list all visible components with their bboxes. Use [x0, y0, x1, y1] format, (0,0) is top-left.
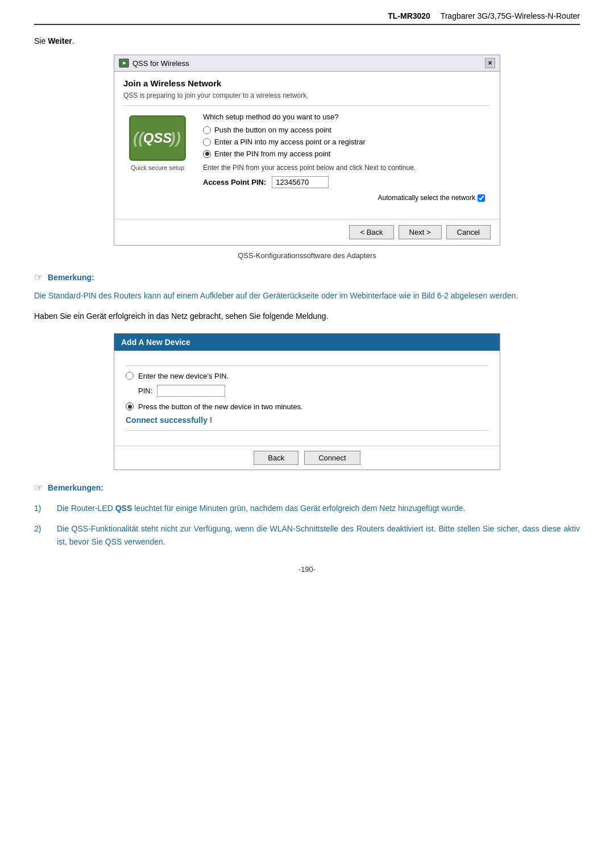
intro-bold: Weiter	[48, 36, 72, 45]
radio-enter-pin-ap[interactable]	[203, 150, 211, 158]
qss-option-3-label: Enter the PIN from my access point	[214, 149, 330, 158]
qss-pin-label: Access Point PIN:	[203, 178, 266, 186]
remark-text-1: Die Router-LED QSS leuchtet für einige M…	[57, 502, 465, 514]
remark-bold-qss: QSS	[115, 504, 132, 513]
qss-dialog-title: QSS for Wireless	[132, 59, 189, 68]
qss-auto-select-checkbox[interactable]	[478, 194, 485, 202]
add-device-pin-field-label: PIN:	[138, 387, 152, 395]
add-device-pin-label: Enter the new device's PIN.	[138, 372, 229, 380]
page-number: -190-	[34, 565, 580, 574]
add-device-back-button[interactable]: Back	[254, 451, 298, 465]
qss-pin-input[interactable]	[272, 176, 329, 188]
add-device-pin-input[interactable]	[157, 385, 225, 397]
qss-logo-box: (( QSS ))	[129, 115, 186, 161]
qss-titlebar-left: ▶ QSS for Wireless	[119, 59, 189, 68]
add-device-titlebar: Add A New Device	[114, 334, 500, 351]
qss-subtitle: QSS is preparing to join your computer t…	[123, 92, 491, 106]
note-text-1: Die Standard-PIN des Routers kann auf ei…	[34, 289, 580, 302]
connect-success-label: Connect successfully !	[126, 416, 488, 425]
qss-pin-row: Access Point PIN:	[203, 176, 491, 188]
note-text-2: Haben Sie ein Gerät erfolgreich in das N…	[34, 310, 580, 322]
qss-cancel-button[interactable]: Cancel	[446, 225, 491, 239]
remark-num-2: 2)	[34, 522, 48, 548]
add-device-pin-radio-row[interactable]: Enter the new device's PIN.	[126, 372, 488, 380]
add-device-button-label: Press the button of the new device in tw…	[138, 402, 303, 411]
note-title-1: Bemerkung:	[48, 273, 94, 282]
intro-text: Sie Weiter.	[34, 36, 580, 45]
add-device-button-radio-row[interactable]: Press the button of the new device in tw…	[126, 402, 488, 411]
qss-auto-select-label: Automatically select the network	[378, 194, 475, 202]
note-header-1: ☞ Bemerkung:	[34, 271, 580, 284]
remark-item-2: 2) Die QSS-Funktionalität steht nicht zu…	[34, 522, 580, 548]
qss-options-area: Which setup method do you want to use? P…	[203, 113, 491, 204]
add-device-body: Enter the new device's PIN. PIN: Press t…	[114, 351, 500, 446]
qss-option-1-label: Push the button on my access point	[214, 126, 331, 134]
page-header: TL-MR3020 Tragbarer 3G/3,75G-Wireless-N-…	[34, 11, 580, 25]
qss-logo-area: (( QSS )) Quick secure setup	[123, 113, 192, 204]
add-device-divider-top	[126, 366, 488, 366]
qss-close-button[interactable]: ×	[485, 58, 495, 68]
qss-join-title: Join a Wireless Network	[123, 78, 491, 88]
qss-next-button[interactable]: Next >	[399, 225, 442, 239]
qss-title-icon: ▶	[119, 59, 129, 68]
qss-option-3[interactable]: Enter the PIN from my access point	[203, 149, 491, 158]
qss-dialog: ▶ QSS for Wireless × Join a Wireless Net…	[114, 55, 500, 246]
qss-method-label: Which setup method do you want to use?	[203, 113, 491, 121]
note-icon-1: ☞	[34, 271, 43, 284]
qss-logo-text: QSS	[143, 130, 172, 146]
radio-push-button[interactable]	[203, 126, 211, 134]
qss-option-2-label: Enter a PIN into my access point or a re…	[214, 138, 366, 146]
remark-text-2: Die QSS-Funktionalität steht nicht zur V…	[57, 522, 580, 548]
qss-titlebar: ▶ QSS for Wireless ×	[114, 55, 500, 72]
qss-content-row: (( QSS )) Quick secure setup Which setup…	[123, 113, 491, 204]
page-title: Tragbarer 3G/3,75G-Wireless-N-Router	[441, 11, 580, 20]
qss-dialog-caption: QSS-Konfigurationssoftware des Adapters	[34, 251, 580, 260]
qss-option-1[interactable]: Push the button on my access point	[203, 126, 491, 134]
radio-enter-pin-registrar[interactable]	[203, 138, 211, 146]
add-device-dialog: Add A New Device Enter the new device's …	[114, 333, 500, 470]
qss-dialog-footer: < Back Next > Cancel	[114, 219, 500, 245]
qss-auto-select-row: Automatically select the network	[203, 194, 491, 202]
remarks-section: ☞ Bemerkungen: 1) Die Router-LED QSS leu…	[34, 481, 580, 548]
qss-dialog-body: Join a Wireless Network QSS is preparing…	[114, 72, 500, 219]
add-device-footer: Back Connect	[114, 446, 500, 470]
remarks-list: 1) Die Router-LED QSS leuchtet für einig…	[34, 502, 580, 548]
qss-logo-caption: Quick secure setup	[131, 164, 184, 171]
add-device-divider-bottom	[126, 430, 488, 431]
model-number: TL-MR3020	[388, 11, 430, 20]
qss-waves-icon: ((	[133, 129, 144, 147]
radio-press-device-button[interactable]	[126, 402, 134, 410]
remarks-header: ☞ Bemerkungen:	[34, 481, 580, 494]
remark-item-1: 1) Die Router-LED QSS leuchtet für einig…	[34, 502, 580, 514]
add-device-pin-input-row: PIN:	[138, 385, 488, 397]
qss-pin-instruction: Enter the PIN from your access point bel…	[203, 164, 491, 172]
note-section-1: ☞ Bemerkung: Die Standard-PIN des Router…	[34, 271, 580, 323]
qss-back-button[interactable]: < Back	[349, 225, 393, 239]
qss-option-2[interactable]: Enter a PIN into my access point or a re…	[203, 138, 491, 146]
add-device-connect-button[interactable]: Connect	[304, 451, 360, 465]
remarks-icon: ☞	[34, 481, 43, 494]
remark-num-1: 1)	[34, 502, 48, 514]
remarks-title: Bemerkungen:	[48, 483, 103, 492]
radio-enter-device-pin[interactable]	[126, 372, 134, 380]
